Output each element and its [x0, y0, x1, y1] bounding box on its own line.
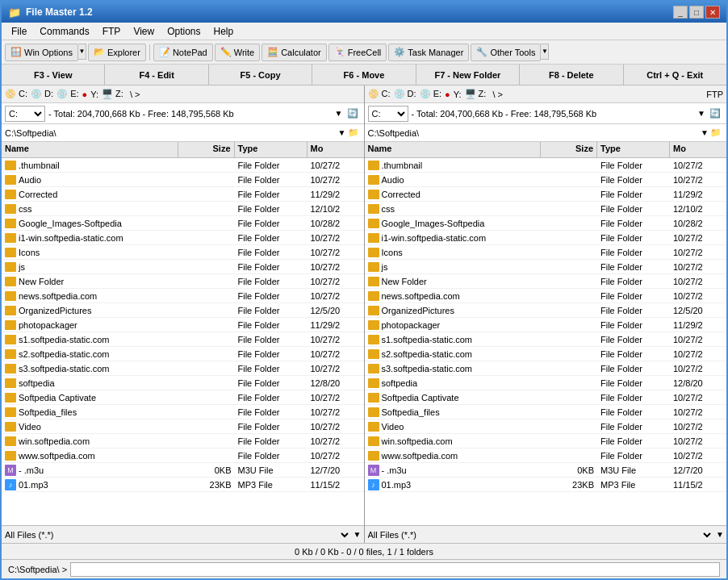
menu-options[interactable]: Options — [161, 24, 207, 39]
table-row[interactable]: Audio File Folder 10/27/2 — [2, 173, 364, 187]
table-row[interactable]: New Folder File Folder 10/27/2 — [365, 274, 727, 289]
table-row[interactable]: js File Folder 10/27/2 — [365, 260, 727, 274]
minimize-button[interactable]: _ — [673, 6, 688, 19]
table-row[interactable]: Google_Images-Softpedia File Folder 10/2… — [2, 216, 364, 231]
right-col-type-header[interactable]: Type — [597, 142, 670, 157]
table-row[interactable]: .thumbnail File Folder 10/27/2 — [2, 158, 364, 173]
explorer-button[interactable]: 📂 Explorer — [88, 44, 146, 61]
other-tools-dropdown[interactable]: ▼ — [541, 44, 549, 60]
menu-commands[interactable]: Commands — [33, 24, 95, 39]
table-row[interactable]: css File Folder 12/10/2 — [2, 202, 364, 216]
table-row[interactable]: Icons File Folder 10/27/2 — [2, 245, 364, 260]
table-row[interactable]: i1-win.softpedia-static.com File Folder … — [365, 231, 727, 245]
left-drive-y[interactable]: Y: — [90, 90, 98, 99]
table-row[interactable]: s3.softpedia-static.com File Folder 10/2… — [2, 361, 364, 376]
command-input[interactable] — [70, 562, 720, 577]
right-ftp-label[interactable]: FTP — [706, 90, 723, 99]
table-row[interactable]: M - .m3u 0KB M3U File 12/7/20 — [2, 463, 364, 478]
right-path-dropdown[interactable]: ▼ — [696, 109, 707, 118]
menu-file[interactable]: File — [5, 24, 33, 39]
maximize-button[interactable]: □ — [689, 6, 704, 19]
left-col-size-header[interactable]: Size — [178, 142, 235, 157]
left-location-input[interactable] — [5, 128, 338, 138]
freecell-button[interactable]: 🃏 FreeCell — [328, 44, 387, 61]
right-location-input[interactable] — [368, 128, 701, 138]
table-row[interactable]: i1-win.softpedia-static.com File Folder … — [2, 231, 364, 245]
menu-help[interactable]: Help — [207, 24, 241, 39]
table-row[interactable]: Video File Folder 10/27/2 — [365, 419, 727, 434]
left-location-icon[interactable]: 📁 — [346, 127, 361, 138]
table-row[interactable]: Softpedia_files File Folder 10/27/2 — [365, 405, 727, 419]
left-location-dropdown[interactable]: ▼ — [338, 128, 346, 137]
table-row[interactable]: Softpedia Captivate File Folder 10/27/2 — [365, 390, 727, 405]
table-row[interactable]: ♪ 01.mp3 23KB MP3 File 11/15/2 — [2, 478, 364, 492]
write-button[interactable]: ✏️ Write — [215, 44, 260, 61]
table-row[interactable]: win.softpedia.com File Folder 10/27/2 — [2, 434, 364, 449]
right-drive-e[interactable]: 💿 E: — [420, 89, 441, 99]
win-options-button[interactable]: 🪟 Win Options — [5, 44, 78, 61]
left-drive-d[interactable]: 💿 D: — [31, 89, 53, 99]
table-row[interactable]: New Folder File Folder 10/27/2 — [2, 274, 364, 289]
right-drive-z[interactable]: 🖥️ Z: — [465, 89, 487, 99]
left-col-type-header[interactable]: Type — [235, 142, 308, 157]
table-row[interactable]: js File Folder 10/27/2 — [2, 260, 364, 274]
table-row[interactable]: photopackager File Folder 11/29/2 — [2, 318, 364, 332]
table-row[interactable]: Icons File Folder 10/27/2 — [365, 245, 727, 260]
left-drive-z[interactable]: 🖥️ Z: — [102, 89, 123, 99]
close-button[interactable]: ✕ — [705, 6, 720, 19]
right-filter-dropdown[interactable]: ▼ — [713, 530, 726, 539]
table-row[interactable]: ♪ 01.mp3 23KB MP3 File 11/15/2 — [365, 478, 727, 492]
table-row[interactable]: news.softpedia.com File Folder 10/27/2 — [2, 289, 364, 303]
right-col-name-header[interactable]: Name — [365, 142, 542, 157]
right-location-icon[interactable]: 📁 — [709, 127, 723, 138]
f3-view-button[interactable]: F3 - View — [2, 65, 105, 85]
table-row[interactable]: Softpedia Captivate File Folder 10/27/2 — [2, 390, 364, 405]
table-row[interactable]: softpedia File Folder 12/8/20 — [365, 376, 727, 390]
table-row[interactable]: news.softpedia.com File Folder 10/27/2 — [365, 289, 727, 303]
table-row[interactable]: M - .m3u 0KB M3U File 12/7/20 — [365, 463, 727, 478]
quit-button[interactable]: Ctrl + Q - Exit — [624, 65, 726, 85]
notepad-button[interactable]: 📝 NotePad — [153, 44, 213, 61]
f6-move-button[interactable]: F6 - Move — [312, 65, 416, 85]
f4-edit-button[interactable]: F4 - Edit — [105, 65, 208, 85]
table-row[interactable]: www.softpedia.com File Folder 10/27/2 — [365, 449, 727, 463]
menu-ftp[interactable]: FTP — [96, 24, 128, 39]
table-row[interactable]: s3.softpedia-static.com File Folder 10/2… — [365, 361, 727, 376]
calculator-button[interactable]: 🧮 Calculator — [261, 44, 327, 61]
table-row[interactable]: Google_Images-Softpedia File Folder 10/2… — [365, 216, 727, 231]
right-drive-c[interactable]: 📀 C: — [368, 89, 391, 99]
right-path-select[interactable]: C: — [368, 106, 408, 122]
table-row[interactable]: Audio File Folder 10/27/2 — [365, 173, 727, 187]
left-filter-select[interactable]: All Files (*.*) — [2, 527, 351, 543]
table-row[interactable]: Softpedia_files File Folder 10/27/2 — [2, 405, 364, 419]
left-drive-c[interactable]: 📀 C: — [5, 89, 27, 99]
table-row[interactable]: www.softpedia.com File Folder 10/27/2 — [2, 449, 364, 463]
f5-copy-button[interactable]: F5 - Copy — [209, 65, 312, 85]
table-row[interactable]: Corrected File Folder 11/29/2 — [2, 187, 364, 202]
f7-new-folder-button[interactable]: F7 - New Folder — [416, 65, 520, 85]
table-row[interactable]: s2.softpedia-static.com File Folder 10/2… — [365, 347, 727, 361]
left-drive-e[interactable]: 💿 E: — [56, 89, 78, 99]
table-row[interactable]: Corrected File Folder 11/29/2 — [365, 187, 727, 202]
left-path-select[interactable]: C: — [5, 106, 45, 122]
table-row[interactable]: .thumbnail File Folder 10/27/2 — [365, 158, 727, 173]
left-path-dropdown[interactable]: ▼ — [333, 109, 345, 118]
right-drive-y[interactable]: Y: — [454, 90, 462, 99]
right-filter-select[interactable]: All Files (*.*) — [365, 527, 714, 543]
table-row[interactable]: s2.softpedia-static.com File Folder 10/2… — [2, 347, 364, 361]
table-row[interactable]: OrganizedPictures File Folder 12/5/20 — [2, 303, 364, 318]
table-row[interactable]: s1.softpedia-static.com File Folder 10/2… — [365, 332, 727, 347]
table-row[interactable]: photopackager File Folder 11/29/2 — [365, 318, 727, 332]
table-row[interactable]: css File Folder 12/10/2 — [365, 202, 727, 216]
left-col-name-header[interactable]: Name — [2, 142, 178, 157]
right-drive-d[interactable]: 💿 D: — [394, 89, 416, 99]
table-row[interactable]: Video File Folder 10/27/2 — [2, 419, 364, 434]
left-filter-dropdown[interactable]: ▼ — [351, 530, 364, 539]
table-row[interactable]: softpedia File Folder 12/8/20 — [2, 376, 364, 390]
menu-view[interactable]: View — [127, 24, 161, 39]
task-manager-button[interactable]: ⚙️ Task Manager — [388, 44, 469, 61]
table-row[interactable]: OrganizedPictures File Folder 12/5/20 — [365, 303, 727, 318]
table-row[interactable]: s1.softpedia-static.com File Folder 10/2… — [2, 332, 364, 347]
left-refresh-button[interactable]: 🔄 — [345, 108, 361, 119]
win-options-dropdown[interactable]: ▼ — [78, 44, 86, 60]
